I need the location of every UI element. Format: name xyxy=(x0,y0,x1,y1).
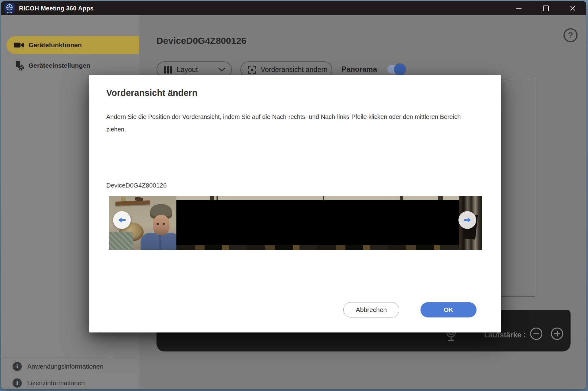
help-button[interactable]: ? xyxy=(564,28,578,42)
arrow-right-icon xyxy=(463,217,472,223)
ok-label: OK xyxy=(444,306,454,313)
sidebar-divider xyxy=(1,356,139,356)
sidebar-item-label: Geräteeinstellungen xyxy=(28,62,90,69)
cancel-button[interactable]: Abbrechen xyxy=(343,302,399,317)
minimize-icon xyxy=(516,8,522,9)
panorama-preview[interactable] xyxy=(109,196,482,250)
dialog-description: Ändern Sie die Position der Vorderansich… xyxy=(106,111,463,136)
minus-icon xyxy=(533,333,539,334)
volume-separator: : xyxy=(523,330,526,339)
volume-down-button[interactable] xyxy=(530,328,542,340)
sidebar-item-license-info[interactable]: i Lizenzinformationen xyxy=(1,375,139,389)
layout-label: Layout xyxy=(177,66,198,74)
maximize-button[interactable] xyxy=(532,1,559,15)
close-button[interactable] xyxy=(559,1,586,15)
sidebar-item-label: Lizenzinformationen xyxy=(27,379,85,387)
window-controls xyxy=(505,1,586,15)
maximize-icon xyxy=(543,6,549,11)
couch xyxy=(109,232,133,250)
close-icon xyxy=(570,6,575,11)
preview-device-label: DeviceD0G4Z800126 xyxy=(106,182,167,189)
window-title: RICOH Meeting 360 Apps xyxy=(19,5,94,12)
front-view-focus-icon xyxy=(248,66,256,74)
ricoh-globe-icon xyxy=(6,4,13,10)
sidebar-item-device-settings[interactable]: Geräteeinstellungen xyxy=(6,58,139,74)
video-camera-icon xyxy=(14,42,25,48)
chevron-down-icon xyxy=(218,68,225,72)
page-title: DeviceD0G4Z800126 xyxy=(156,36,247,46)
pan-left-button[interactable] xyxy=(113,211,131,229)
panorama-toggle[interactable] xyxy=(387,65,405,74)
pan-right-button[interactable] xyxy=(458,211,476,229)
info-icon: i xyxy=(13,362,22,371)
titlebar: RICOH RICOH Meeting 360 Apps xyxy=(1,1,586,15)
help-question-glyph: ? xyxy=(568,31,573,40)
layout-columns-icon xyxy=(164,66,172,74)
panorama-label: Panorama xyxy=(341,65,377,74)
ricoh-brand-text: RICOH xyxy=(4,11,15,13)
dialog-title: Vorderansicht ändern xyxy=(106,88,198,98)
ricoh-app-icon: RICOH xyxy=(4,3,15,13)
cancel-label: Abbrechen xyxy=(356,306,387,313)
sidebar-item-app-info[interactable]: i Anwendungsinformationen xyxy=(1,359,139,374)
toggle-thumb xyxy=(394,63,406,75)
person xyxy=(145,204,176,250)
volume-up-button[interactable] xyxy=(551,328,563,340)
app-window: RICOH RICOH Meeting 360 Apps Gerätefunkt… xyxy=(1,1,586,389)
screen: RICOH RICOH Meeting 360 Apps Gerätefunkt… xyxy=(0,0,588,391)
sidebar-item-label: Gerätefunktionen xyxy=(28,41,82,49)
arrow-left-icon xyxy=(117,217,126,223)
sidebar-item-device-functions[interactable]: Gerätefunktionen xyxy=(6,36,139,54)
change-front-view-dialog: Vorderansicht ändern Ändern Sie die Posi… xyxy=(89,75,501,332)
sidebar-item-label: Anwendungsinformationen xyxy=(27,363,104,370)
device-settings-icon xyxy=(14,60,25,71)
front-view-label: Vorderansicht ändern xyxy=(261,66,328,74)
minimize-button[interactable] xyxy=(505,1,532,15)
redacted-region xyxy=(176,200,459,245)
info-icon: i xyxy=(13,378,22,388)
ok-button[interactable]: OK xyxy=(420,302,477,317)
